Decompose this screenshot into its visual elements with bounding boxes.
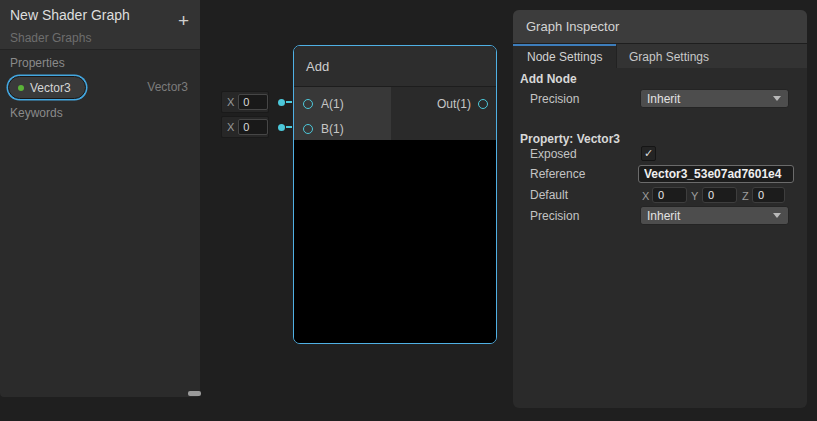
inline-input-b-value-field[interactable] [238,119,268,135]
property-section-heading: Property: Vector3 [520,132,620,146]
scrollbar-thumb[interactable] [188,391,201,396]
input-port-a-label: A(1) [321,97,344,111]
default-label: Default [530,188,568,202]
port-row-out: Out(1) [437,91,488,116]
port-row-a: A(1) [294,91,391,116]
inline-input-a: X [221,91,269,113]
add-node-ports-row: A(1) B(1) Out(1) [294,87,496,140]
node-precision-value: Inherit [647,92,680,106]
property-pill-label: Vector3 [30,81,71,95]
blackboard-panel: New Shader Graph + Shader Graphs Propert… [0,0,200,397]
graph-inspector-title: Graph Inspector [526,19,619,34]
add-property-button[interactable]: + [178,11,189,30]
inline-port-dot-b[interactable] [278,124,285,131]
add-node-preview [294,140,496,343]
exposed-checkbox[interactable]: ✓ [641,146,656,161]
inline-input-b-axis-label: X [225,121,234,133]
inline-input-a-value-field[interactable] [238,94,268,110]
inspector-tabs: Node Settings Graph Settings [513,44,807,68]
chevron-down-icon [773,96,781,101]
inline-input-a-axis-label: X [225,96,234,108]
property-precision-label: Precision [530,209,579,223]
checkmark-icon: ✓ [644,147,653,160]
blackboard-title: New Shader Graph [10,7,130,23]
default-x-field[interactable] [652,187,687,203]
tab-graph-settings-label: Graph Settings [629,50,709,64]
input-port-b-label: B(1) [321,122,344,136]
blackboard-subtitle: Shader Graphs [10,31,91,45]
node-precision-label: Precision [530,92,579,106]
keywords-section-label: Keywords [10,106,63,120]
default-y-field[interactable] [702,187,737,203]
default-z-field[interactable] [752,187,785,203]
chevron-down-icon [773,213,781,218]
shader-graph-window: { "colors": { "selection_blue": "#4fb0e4… [0,0,817,421]
add-node-inputs: A(1) B(1) [294,87,391,140]
inline-port-dot-a[interactable] [278,99,285,106]
node-precision-dropdown[interactable]: Inherit [640,89,789,108]
property-precision-value: Inherit [647,209,680,223]
blackboard-header: New Shader Graph + Shader Graphs [0,0,200,50]
inline-input-b: X [221,116,269,138]
tab-graph-settings[interactable]: Graph Settings [616,44,807,68]
output-port-out-label: Out(1) [437,97,471,111]
output-port-out[interactable] [478,99,488,109]
add-node-outputs: Out(1) [391,87,496,140]
graph-inspector-titlebar[interactable]: Graph Inspector [513,10,807,44]
add-node[interactable]: Add A(1) B(1) Out(1) [293,45,497,344]
add-node-section-heading: Add Node [520,72,577,86]
add-node-title: Add [306,59,329,74]
graph-inspector-panel: Graph Inspector Node Settings Graph Sett… [513,10,807,408]
tab-node-settings-label: Node Settings [527,50,602,64]
default-z-axis-label: Z [742,190,749,202]
exposed-label: Exposed [530,147,577,161]
property-type-label: Vector3 [147,80,188,94]
input-port-b[interactable] [303,124,313,134]
reference-field[interactable] [638,165,794,183]
property-pill-vector3[interactable]: Vector3 [8,76,86,99]
add-node-header[interactable]: Add [294,46,496,87]
properties-section-label: Properties [10,56,65,70]
default-x-axis-label: X [642,190,649,202]
exposed-dot-icon [18,85,24,91]
tab-node-settings[interactable]: Node Settings [513,44,616,68]
reference-label: Reference [530,167,585,181]
default-y-axis-label: Y [691,190,698,202]
port-row-b: B(1) [294,116,391,141]
input-port-a[interactable] [303,99,313,109]
property-precision-dropdown[interactable]: Inherit [640,206,789,225]
